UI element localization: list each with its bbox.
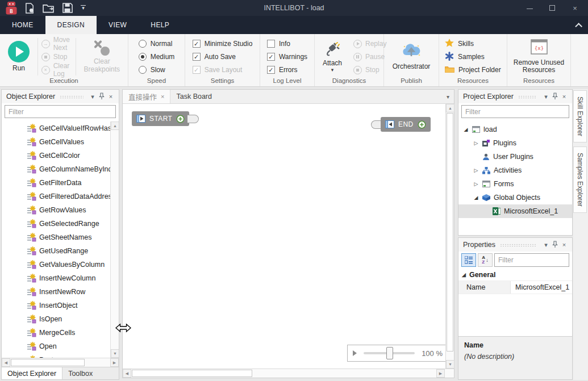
move-next-button[interactable]: → Move Next (41, 39, 72, 49)
skills-button[interactable]: Skills (445, 38, 501, 50)
scrollbar-thumb[interactable] (132, 370, 252, 377)
run-button[interactable]: Run (3, 41, 34, 73)
object-explorer-filter-input[interactable] (5, 105, 116, 118)
tree-node-user-plugins[interactable]: User Plugins (458, 150, 572, 164)
checkbox-minimize-studio[interactable]: ✓ Minimize Studio (193, 39, 253, 49)
list-item[interactable]: InsertObject (2, 299, 110, 312)
scroll-right-icon[interactable]: ▶ (436, 369, 445, 378)
scroll-up-icon[interactable]: ▲ (111, 122, 119, 130)
add-step-icon[interactable] (418, 120, 426, 129)
checkbox-save-layout[interactable]: ✓ Save Layout (193, 65, 253, 76)
tab-task-board[interactable]: Task Board (170, 90, 218, 103)
tree-node-forms[interactable]: ▷ Forms (458, 177, 572, 191)
close-tab-icon[interactable]: × (161, 93, 164, 100)
list-item[interactable]: GetFilterData (2, 176, 110, 190)
minimize-button[interactable] (526, 4, 533, 12)
list-item[interactable]: GetValuesByColumn (2, 258, 110, 271)
list-item[interactable]: GetSheetNames (2, 231, 110, 244)
collapse-ribbon-icon[interactable] (575, 23, 582, 30)
save-icon[interactable] (62, 3, 73, 13)
zoom-slider[interactable] (364, 352, 415, 354)
scroll-down-icon[interactable]: ▼ (446, 360, 454, 369)
category-general[interactable]: ◢ General (458, 269, 572, 281)
checkbox-auto-save[interactable]: ✓ Auto Save (193, 52, 253, 62)
tab-list-caret-icon[interactable]: ▾ (447, 94, 449, 100)
checkbox-errors[interactable]: ✓ Errors (267, 65, 307, 76)
property-row-name[interactable]: Name MicrosoftExcel_1 (458, 281, 572, 294)
zoom-slider-thumb[interactable] (386, 347, 393, 359)
list-item[interactable]: InsertNewRow (2, 285, 110, 299)
expander-collapsed-icon[interactable]: ▷ (473, 181, 479, 187)
scroll-right-icon[interactable]: ▶ (110, 358, 119, 367)
list-item[interactable]: MergeCells (2, 326, 110, 340)
close-panel-icon[interactable]: × (560, 94, 569, 100)
list-item[interactable]: GetFilteredDataAddress (2, 190, 110, 203)
list-item[interactable]: GetRowValues (2, 203, 110, 217)
tab-view[interactable]: VIEW (97, 16, 139, 34)
radio-medium[interactable]: Medium (139, 52, 175, 62)
list-item[interactable]: GetColumnNameByIndex (2, 162, 110, 176)
expander-expanded-icon[interactable]: ◢ (462, 272, 466, 278)
object-explorer-horizontal-scrollbar[interactable]: ◀ ▶ (2, 358, 119, 367)
workflow-canvas[interactable]: START END 100 % ▲ ▼ (123, 104, 454, 369)
stop-button[interactable]: Stop (41, 52, 72, 62)
tree-node-global-objects[interactable]: ◢ Global Objects (458, 191, 572, 204)
list-item[interactable]: GetUsedRange (2, 244, 110, 258)
tab-skill-explorer[interactable]: Skill Explorer (573, 90, 587, 143)
project-explorer-filter-input[interactable] (461, 105, 569, 118)
expander-expanded-icon[interactable]: ◢ (473, 195, 479, 200)
checkbox-warnings[interactable]: ✓ Warnings (267, 52, 307, 62)
list-item[interactable]: GetCellValues (2, 135, 110, 149)
tab-home[interactable]: HOME (0, 16, 45, 34)
expander-collapsed-icon[interactable]: ▷ (473, 140, 479, 146)
tab-object-explorer[interactable]: Object Explorer (2, 367, 62, 379)
close-button[interactable]: × (571, 4, 579, 12)
remove-unused-resources-button[interactable]: {x} Remove Unused Resources (508, 39, 570, 74)
scroll-up-icon[interactable]: ▲ (446, 104, 454, 112)
alphabetical-sort-button[interactable]: AZ ↓ (478, 253, 493, 267)
canvas-vertical-scrollbar[interactable]: ▲ ▼ (445, 104, 454, 369)
end-node[interactable]: END (371, 117, 431, 132)
list-item[interactable]: GetCellColor (2, 149, 110, 162)
scrollbar-thumb[interactable] (447, 113, 453, 351)
zoom-out-icon[interactable] (353, 350, 357, 356)
clear-breakpoints-button[interactable]: Clear Breakpoints (80, 40, 124, 74)
tab-samples-explorer[interactable]: Samples Explorer (573, 146, 587, 213)
list-item[interactable]: Paste (2, 353, 110, 358)
new-file-icon[interactable] (25, 3, 35, 14)
pin-icon[interactable] (551, 93, 560, 101)
drag-grip[interactable] (60, 95, 84, 99)
tree-node-microsoft-excel[interactable]: MicrosoftExcel_1 (458, 204, 572, 218)
canvas-horizontal-scrollbar[interactable]: ◀ ▶ (123, 369, 454, 378)
categorized-view-button[interactable] (461, 253, 476, 267)
add-step-icon[interactable] (176, 115, 185, 123)
expander-expanded-icon[interactable]: ◢ (463, 127, 469, 132)
close-panel-icon[interactable]: × (560, 242, 569, 248)
samples-button[interactable]: Samples (445, 51, 501, 63)
start-output-connector[interactable] (187, 115, 199, 123)
list-item[interactable]: Open (2, 340, 110, 353)
pin-icon[interactable] (97, 93, 106, 101)
list-item[interactable]: GetCellValueIfRowHas (2, 122, 110, 135)
start-node[interactable]: START (132, 111, 199, 126)
panel-menu-icon[interactable]: ▾ (541, 94, 551, 100)
panel-menu-icon[interactable]: ▾ (88, 94, 97, 100)
drag-grip[interactable] (518, 95, 537, 99)
panel-menu-icon[interactable]: ▾ (541, 242, 551, 248)
replay-button[interactable]: Replay (353, 39, 386, 49)
checkbox-info[interactable]: ✓ Info (267, 39, 307, 49)
properties-filter-input[interactable] (494, 253, 569, 267)
tree-node-plugins[interactable]: ▷ Plugins (458, 136, 572, 150)
orchestrator-button[interactable]: Orchestrator (388, 43, 435, 71)
list-item[interactable]: GetSelectedRange (2, 217, 110, 231)
property-value[interactable]: MicrosoftExcel_1 (511, 281, 572, 294)
tab-design[interactable]: DESIGN (45, 16, 97, 34)
clear-log-button[interactable]: × Clear Log (41, 65, 72, 75)
pause-button[interactable]: Pause (353, 52, 386, 62)
radio-slow[interactable]: Slow (139, 65, 175, 76)
quick-access-caret-icon[interactable]: ▾ (81, 5, 86, 10)
radio-normal[interactable]: Normal (139, 39, 175, 49)
open-project-icon[interactable] (43, 3, 55, 13)
drag-grip[interactable] (500, 244, 537, 247)
tab-toolbox[interactable]: Toolbox (62, 367, 98, 379)
